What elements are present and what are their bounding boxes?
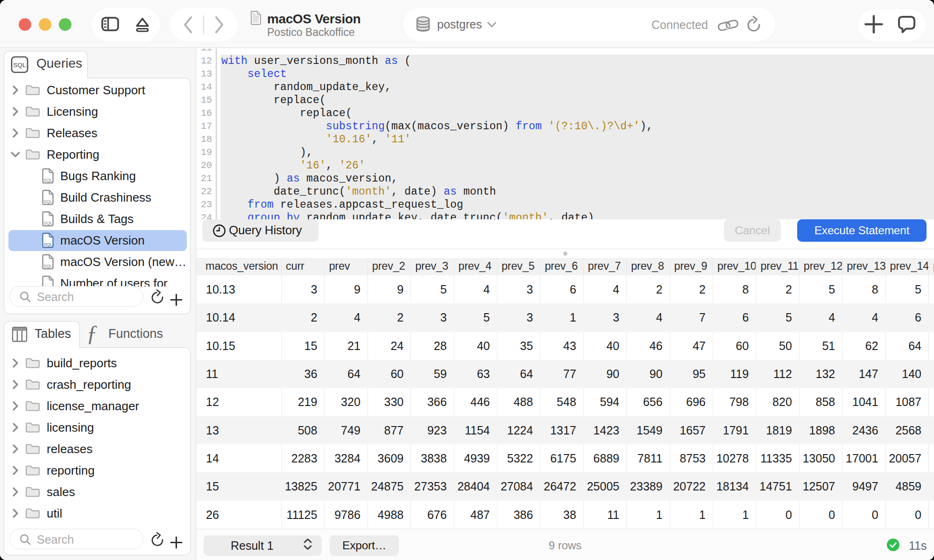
svg-text:SQL: SQL xyxy=(43,263,52,268)
svg-text:SQL: SQL xyxy=(13,62,26,69)
svg-text:SQL: SQL xyxy=(43,177,52,182)
svg-text:SQL: SQL xyxy=(43,220,52,225)
svg-text:SQL: SQL xyxy=(43,242,52,247)
svg-text:SQL: SQL xyxy=(43,199,52,204)
